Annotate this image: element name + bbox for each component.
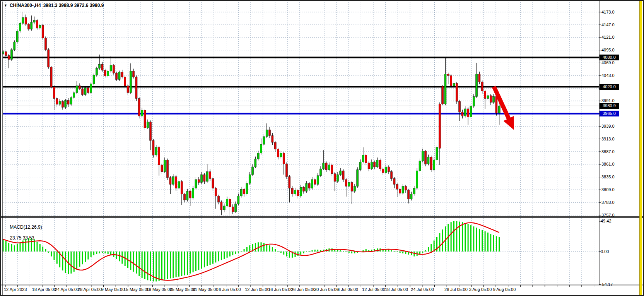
macd-axis-label: 49.42 <box>601 219 612 224</box>
chart-canvas[interactable] <box>1 1 644 296</box>
price-axis-label: 3783.0 <box>601 200 615 205</box>
price-axis-label: 3939.0 <box>601 124 615 129</box>
window-edge-stripe <box>639 1 642 296</box>
blue-line-price-badge: 3965.0 <box>600 111 619 116</box>
time-axis-label: 26 Jun 05:00 <box>291 287 316 292</box>
price-level-badge: 4020.0 <box>600 84 619 90</box>
time-axis-label: 6 Jul 05:00 <box>337 287 358 292</box>
price-axis-label: 3913.0 <box>601 137 615 142</box>
price-axis-label: 3809.0 <box>601 187 615 192</box>
time-axis-label: 24 Apr 05:00 <box>55 287 79 292</box>
price-axis-label: 4043.0 <box>601 73 615 78</box>
price-axis-label: 3887.0 <box>601 149 615 154</box>
macd-values: 23.75 33.53 <box>10 235 34 241</box>
price-axis-label: 4121.0 <box>601 35 615 40</box>
macd-axis-label: -54.17 <box>601 282 613 287</box>
time-axis-label: 12 Apr 2023 <box>4 287 27 292</box>
time-axis-label: 18 Jul 05:00 <box>385 287 408 292</box>
time-axis-label: 9 Aug 05:00 <box>493 287 516 292</box>
time-axis-label: 9 May 05:00 <box>101 287 125 292</box>
price-axis-label: 3757.0 <box>601 213 615 218</box>
time-axis-label: 24 Jul 05:00 <box>411 287 434 292</box>
price-level-badge: 3980.9 <box>600 103 619 109</box>
price-axis-label: 4095.0 <box>601 48 615 53</box>
price-axis-label: 3835.0 <box>601 175 615 180</box>
time-axis-label: 30 Jun 05:00 <box>314 287 339 292</box>
macd-axis-label: 0.00 <box>601 249 609 254</box>
time-axis-label: 12 Jul 05:00 <box>362 287 385 292</box>
quote-ohlc-label: 3981.3 3988.9 3972.6 3980.9 <box>43 3 104 8</box>
price-level-badge: 4080.0 <box>600 55 619 60</box>
time-axis-label: 18 Apr 05:00 <box>32 287 56 292</box>
price-axis-label: 4173.0 <box>601 10 615 15</box>
time-axis-label: 16 Jun 05:00 <box>268 287 293 292</box>
time-axis-label: 15 May 05:00 <box>124 287 150 292</box>
price-axis-label: 3861.0 <box>601 162 615 167</box>
time-axis-label: 12 Jun 05:00 <box>245 287 270 292</box>
time-axis-label: 19 May 05:00 <box>147 287 173 292</box>
time-axis-label: 25 May 05:00 <box>170 287 196 292</box>
time-axis-label: 28 Jul 05:00 <box>444 287 468 292</box>
macd-name: MACD(12,26,9) <box>10 224 42 230</box>
price-axis-label: 4147.0 <box>601 22 615 27</box>
chart-window: ▼ CHINA300-,H4 3981.3 3988.9 3972.6 3980… <box>0 0 644 296</box>
time-axis-label: 3 Aug 05:00 <box>469 287 492 292</box>
time-axis-label: 31 May 05:00 <box>193 287 219 292</box>
price-axis-label: 4069.0 <box>601 60 615 65</box>
symbol-dropdown-icon[interactable]: ▼ <box>4 3 7 8</box>
time-axis-label: 28 Apr 05:00 <box>78 287 102 292</box>
time-axis-label: 6 Jun 05:00 <box>219 287 241 292</box>
macd-indicator-label: MACD(12,26,9) 23.75 33.53 <box>5 219 42 246</box>
chart-title: ▼ CHINA300-,H4 3981.3 3988.9 3972.6 3980… <box>4 3 104 8</box>
symbol-period-label: CHINA300-,H4 <box>10 3 41 8</box>
